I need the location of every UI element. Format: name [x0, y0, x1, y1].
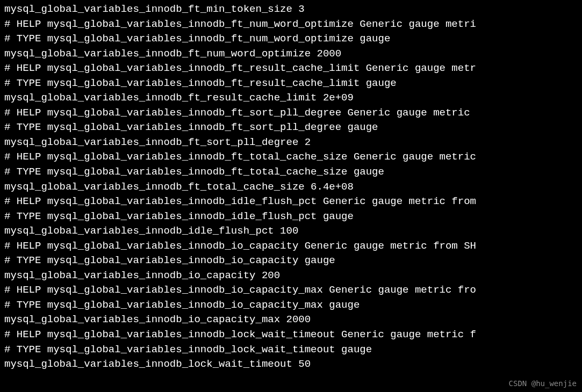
terminal-line: # HELP mysql_global_variables_innodb_io_…: [4, 239, 578, 254]
terminal-line: mysql_global_variables_innodb_io_capacit…: [4, 313, 578, 328]
terminal-line: # TYPE mysql_global_variables_innodb_idl…: [4, 209, 578, 224]
terminal-line: mysql_global_variables_innodb_ft_result_…: [4, 91, 578, 106]
terminal-line: # TYPE mysql_global_variables_innodb_io_…: [4, 298, 578, 313]
terminal-line: # HELP mysql_global_variables_innodb_ft_…: [4, 106, 578, 121]
terminal-line: mysql_global_variables_innodb_idle_flush…: [4, 224, 578, 239]
terminal-line: # TYPE mysql_global_variables_innodb_ft_…: [4, 76, 578, 91]
terminal-line: mysql_global_variables_innodb_ft_sort_pl…: [4, 135, 578, 150]
terminal-line: # HELP mysql_global_variables_innodb_idl…: [4, 194, 578, 209]
terminal-line: # HELP mysql_global_variables_innodb_io_…: [4, 283, 578, 298]
terminal-line: mysql_global_variables_innodb_io_capacit…: [4, 268, 578, 284]
terminal-line: # HELP mysql_global_variables_innodb_ft_…: [4, 61, 578, 76]
terminal-line: mysql_global_variables_innodb_ft_min_tok…: [4, 2, 578, 17]
terminal-line: mysql_global_variables_innodb_lock_wait_…: [4, 357, 578, 372]
terminal-output: mysql_global_variables_innodb_ft_min_tok…: [4, 2, 578, 372]
terminal-line: # HELP mysql_global_variables_innodb_ft_…: [4, 17, 578, 32]
watermark-text: CSDN @hu_wenjie: [509, 378, 577, 389]
terminal-line: # TYPE mysql_global_variables_innodb_io_…: [4, 253, 578, 268]
terminal-line: mysql_global_variables_innodb_ft_num_wor…: [4, 47, 578, 62]
terminal-line: # HELP mysql_global_variables_innodb_ft_…: [4, 150, 578, 165]
terminal-line: # TYPE mysql_global_variables_innodb_ft_…: [4, 32, 578, 47]
terminal-line: # TYPE mysql_global_variables_innodb_loc…: [4, 343, 578, 358]
terminal-line: # TYPE mysql_global_variables_innodb_ft_…: [4, 120, 578, 135]
terminal-line: # TYPE mysql_global_variables_innodb_ft_…: [4, 165, 578, 180]
terminal-line: mysql_global_variables_innodb_ft_total_c…: [4, 180, 578, 195]
terminal-line: # HELP mysql_global_variables_innodb_loc…: [4, 328, 578, 343]
